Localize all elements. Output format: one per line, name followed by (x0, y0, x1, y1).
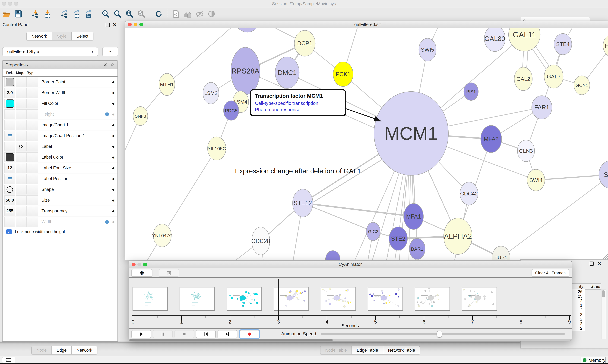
export-network-button[interactable] (60, 9, 70, 19)
default-cell[interactable] (4, 152, 15, 162)
node-pck1[interactable]: PCK1 (333, 62, 353, 87)
dock-tab-network-table[interactable]: Network Table (383, 346, 420, 354)
tab-network[interactable]: Network (26, 32, 52, 40)
bypass-cell[interactable] (27, 163, 38, 173)
node-gal11[interactable]: GAL11 (509, 28, 540, 51)
canvas-caption[interactable]: Expression change after deletion of GAL1 (221, 167, 375, 175)
memory-button[interactable]: Memory (580, 357, 606, 364)
default-cell[interactable] (4, 217, 15, 227)
timeline-scrollbar[interactable] (129, 339, 572, 341)
node-ynl047c[interactable]: YNL047C (152, 224, 173, 247)
frame-0[interactable] (133, 287, 168, 311)
property-row[interactable]: Border Paint◀ (2, 77, 117, 87)
home-views-button[interactable] (183, 9, 193, 19)
bypass-cell[interactable] (27, 195, 38, 205)
node-gal2[interactable]: GAL2 (514, 67, 532, 91)
node-snf3[interactable]: SNF3 (133, 106, 148, 126)
export-image-button[interactable] (83, 9, 93, 19)
node-mcm1[interactable]: MCM1 (374, 91, 448, 175)
frames-timeline[interactable]: 0123456789 Seconds (129, 278, 572, 328)
annotation-link-1[interactable]: Cell-type-specific transcription (255, 101, 342, 106)
zoom-out-button[interactable] (113, 9, 123, 19)
expand-property-arrow[interactable]: ◀ (112, 112, 114, 116)
node-cdc28[interactable]: CDC28 (251, 227, 270, 255)
bypass-cell[interactable] (27, 88, 38, 98)
bypass-cell[interactable] (27, 99, 38, 108)
default-cell[interactable] (4, 109, 15, 119)
node-mth1[interactable]: MTH1 (159, 73, 175, 95)
mapping-cell[interactable] (16, 77, 27, 87)
dock-tab-node-table[interactable]: Node Table (320, 346, 352, 354)
property-row[interactable]: Label◀ (2, 141, 117, 152)
mapping-cell[interactable] (16, 174, 27, 184)
node-gal7[interactable]: GAL7 (544, 65, 563, 88)
dock-tab-edge-table[interactable]: Edge Table (352, 346, 383, 354)
style-options-button[interactable]: ▼ (102, 47, 118, 56)
property-row[interactable]: Image/Chart Position 1◀ (2, 130, 117, 141)
slider-thumb[interactable] (437, 331, 442, 338)
bypass-cell[interactable] (27, 217, 38, 227)
expand-property-arrow[interactable]: ◀ (112, 188, 114, 192)
panel-tab-edge[interactable]: Edge (52, 346, 72, 354)
bypass-cell[interactable] (27, 131, 38, 141)
mapping-cell[interactable] (16, 109, 27, 119)
node-lsm2[interactable]: LSM2 (203, 82, 219, 104)
zoom-fit-button[interactable] (124, 9, 134, 19)
node-gal80[interactable]: GAL80 (484, 28, 505, 52)
annotation-box[interactable]: Transcription factor MCM1 Cell-type-spec… (250, 89, 346, 116)
property-row[interactable]: 12Label Font Size◀ (2, 163, 117, 173)
property-row[interactable]: 2.0Border Width◀ (2, 87, 117, 98)
record-button[interactable] (240, 330, 259, 338)
properties-header[interactable]: Properties ▾ (5, 61, 28, 70)
default-cell[interactable]: 50.0 (4, 195, 15, 205)
property-row[interactable]: Heighti◀ (2, 109, 117, 120)
expand-property-arrow[interactable]: ◀ (112, 80, 114, 84)
node-yil105c[interactable]: YIL105C (207, 137, 226, 160)
go-to-start-button[interactable] (196, 330, 216, 338)
annotation-link-2[interactable]: Pheromone response (255, 107, 342, 112)
collapse-all-icon[interactable] (110, 63, 115, 67)
dock-panels-button[interactable] (2, 357, 15, 363)
bypass-cell[interactable] (27, 109, 38, 119)
default-cell[interactable] (4, 185, 15, 195)
export-table-button[interactable] (72, 9, 82, 19)
property-row[interactable]: Widthi◀ (2, 217, 117, 227)
node-clipped[interactable] (233, 28, 262, 32)
mapping-cell[interactable] (16, 206, 27, 216)
clear-all-frames-button[interactable]: Clear All Frames (532, 269, 569, 277)
mapping-cell[interactable] (16, 99, 27, 108)
animation-speed-slider[interactable] (321, 333, 565, 335)
timeline-playhead[interactable] (278, 279, 279, 317)
expand-property-arrow[interactable]: ◀ (112, 91, 114, 95)
node-hap2[interactable]: HAP2 (603, 35, 608, 57)
node-mfa2[interactable]: MFA2 (481, 125, 502, 153)
expand-property-arrow[interactable]: ◀ (112, 144, 114, 149)
float-window-icon[interactable] (106, 23, 110, 27)
node-pis1[interactable]: PIS1 (464, 83, 478, 100)
expand-property-arrow[interactable]: ◀ (112, 155, 114, 159)
panel-tab-node[interactable]: Node (31, 346, 52, 354)
frame-6[interactable] (415, 287, 450, 311)
show-graphics-button[interactable] (207, 9, 216, 19)
node-tup1[interactable]: TUP1 (492, 246, 510, 260)
default-cell[interactable] (4, 142, 15, 152)
default-cell[interactable] (4, 174, 15, 184)
bypass-cell[interactable] (27, 77, 38, 87)
expand-property-arrow[interactable]: ◀ (112, 209, 114, 213)
node-cln3[interactable]: CLN3 (517, 140, 535, 162)
default-cell[interactable] (4, 77, 15, 87)
default-cell[interactable]: 2.0 (4, 88, 15, 98)
close-icon[interactable]: ✕ (113, 22, 117, 28)
node-swi4[interactable]: SWI4 (527, 169, 545, 191)
node-swi5[interactable]: SWI5 (419, 38, 436, 61)
close-icon[interactable]: ✕ (597, 260, 601, 266)
node-rps28a[interactable]: RPS28A (231, 47, 260, 95)
expand-property-arrow[interactable]: ◀ (112, 134, 114, 138)
property-row[interactable]: Image/Chart 1◀ (2, 120, 117, 130)
expand-all-icon[interactable] (103, 63, 108, 67)
node-slt2[interactable]: SLT2 (599, 160, 608, 189)
panel-tab-network[interactable]: Network (72, 346, 97, 354)
expand-property-arrow[interactable]: ◀ (112, 166, 114, 170)
tab-select[interactable]: Select (71, 32, 93, 40)
frame-4[interactable] (321, 287, 356, 311)
